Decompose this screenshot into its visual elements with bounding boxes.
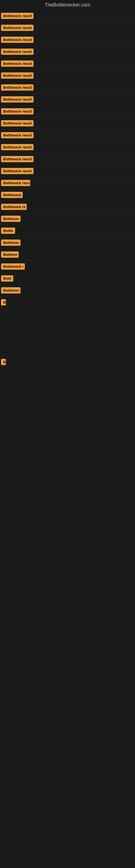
- bottleneck-result-badge[interactable]: Bottleneck r: [1, 264, 25, 270]
- list-item: Bottleneck: [0, 189, 135, 201]
- bottleneck-result-badge[interactable]: Bottleneck result: [1, 120, 34, 126]
- list-item: Bottleneck result: [0, 141, 135, 153]
- badge-list: Bottleneck resultBottleneck resultBottle…: [0, 10, 135, 428]
- bottleneck-result-badge[interactable]: Bottleneck result: [1, 72, 34, 79]
- bottleneck-result-badge[interactable]: Bottleneck result: [1, 96, 34, 102]
- list-item: [0, 380, 135, 392]
- list-item: [0, 332, 135, 344]
- bottleneck-result-badge[interactable]: Bottleneck result: [1, 61, 34, 67]
- bottleneck-result-badge[interactable]: Bottleneck: [1, 192, 23, 198]
- site-title: TheBottlenecker.com: [0, 0, 135, 10]
- list-item: Bottleneck result: [0, 94, 135, 105]
- list-item: Bottleneck result: [0, 34, 135, 46]
- bottleneck-result-badge[interactable]: Bottleneck result: [1, 168, 34, 174]
- list-item: [0, 392, 135, 404]
- list-item: Bottleneck result: [0, 105, 135, 118]
- list-item: Bottleneck result: [0, 70, 135, 82]
- bottleneck-result-badge[interactable]: Bottleneck resu: [1, 180, 30, 186]
- bottleneck-result-badge[interactable]: Bottleneck re: [1, 204, 27, 210]
- list-item: Bottlenec: [0, 284, 135, 297]
- bottleneck-result-badge[interactable]: Bottleneck result: [1, 49, 34, 55]
- list-item: [0, 404, 135, 416]
- bottleneck-result-badge[interactable]: Bottlenec: [1, 240, 20, 246]
- bottleneck-result-badge[interactable]: Bottleneck result: [1, 84, 34, 91]
- list-item: B: [0, 297, 135, 308]
- bottleneck-result-badge[interactable]: Bottlenec: [1, 287, 20, 293]
- bottleneck-result-badge[interactable]: Bottlene: [1, 251, 18, 258]
- list-item: B: [0, 356, 135, 368]
- site-header: TheBottlenecker.com: [0, 0, 135, 10]
- list-item: Bottlene: [0, 249, 135, 261]
- bottleneck-result-badge[interactable]: Bottleneck result: [1, 37, 34, 43]
- list-item: Bottleneck result: [0, 129, 135, 141]
- list-item: Bottlenec: [0, 213, 135, 225]
- bottleneck-result-badge[interactable]: Bottle: [1, 227, 15, 234]
- list-item: Bottleneck result: [0, 58, 135, 70]
- list-item: Bottlenec: [0, 237, 135, 249]
- list-item: Bottleneck resu: [0, 177, 135, 189]
- list-item: Bottl: [0, 273, 135, 284]
- bottleneck-result-badge[interactable]: Bottleneck result: [1, 13, 34, 19]
- list-item: Bottleneck re: [0, 201, 135, 213]
- list-item: [0, 308, 135, 320]
- bottleneck-result-badge[interactable]: Bottleneck result: [1, 144, 34, 150]
- list-item: Bottle: [0, 225, 135, 237]
- bottleneck-result-badge[interactable]: B: [1, 299, 6, 305]
- list-item: Bottleneck result: [0, 46, 135, 58]
- list-item: Bottleneck result: [0, 10, 135, 22]
- bottleneck-result-badge[interactable]: Bottleneck result: [1, 156, 34, 162]
- list-item: Bottleneck result: [0, 118, 135, 129]
- bottleneck-result-badge[interactable]: Bottleneck result: [1, 25, 34, 31]
- list-item: Bottleneck result: [0, 165, 135, 177]
- bottleneck-result-badge[interactable]: Bottl: [1, 275, 13, 282]
- list-item: [0, 344, 135, 356]
- list-item: [0, 416, 135, 428]
- bottleneck-result-badge[interactable]: Bottlenec: [1, 216, 20, 222]
- list-item: Bottleneck result: [0, 82, 135, 94]
- bottleneck-result-badge[interactable]: B: [1, 359, 6, 365]
- list-item: Bottleneck result: [0, 153, 135, 165]
- list-item: Bottleneck r: [0, 261, 135, 273]
- list-item: [0, 368, 135, 380]
- bottleneck-result-badge[interactable]: Bottleneck result: [1, 132, 34, 138]
- bottleneck-result-badge[interactable]: Bottleneck result: [1, 108, 34, 115]
- list-item: [0, 320, 135, 332]
- list-item: Bottleneck result: [0, 22, 135, 34]
